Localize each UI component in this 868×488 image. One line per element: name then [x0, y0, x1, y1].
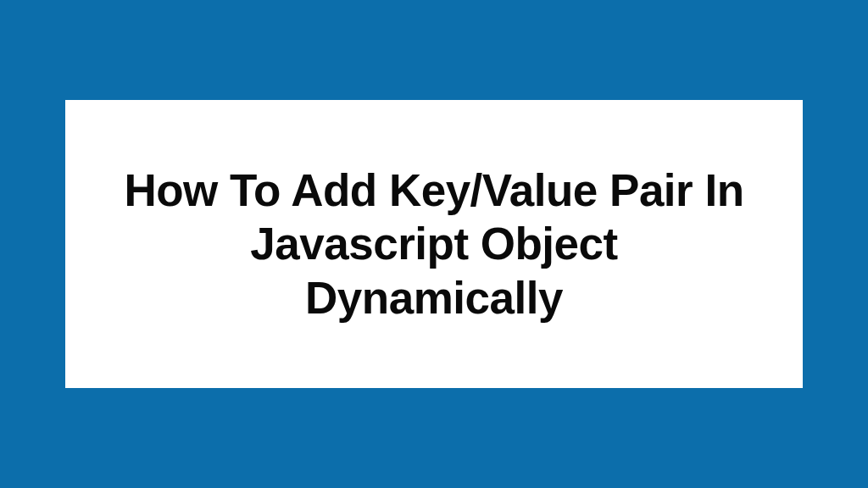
title-card: How To Add Key/Value Pair In Javascript … [65, 100, 803, 388]
page-title: How To Add Key/Value Pair In Javascript … [116, 164, 752, 325]
